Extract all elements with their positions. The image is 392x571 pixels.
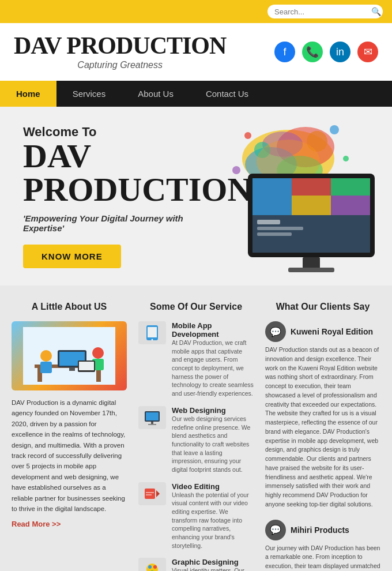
search-input[interactable] bbox=[274, 7, 371, 16]
svg-point-35 bbox=[92, 347, 104, 359]
svg-rect-38 bbox=[79, 362, 94, 370]
clients-column: What Our Clients Say 💬 Kuweni Royal Edit… bbox=[265, 302, 380, 571]
client-review-2: 💬 Mihiri Products Our journey with DAV P… bbox=[265, 520, 380, 572]
graphic-design-icon bbox=[138, 558, 166, 571]
logo-area: DAV PRODUCTION Capturing Greatness bbox=[14, 33, 226, 70]
svg-rect-45 bbox=[148, 424, 156, 425]
svg-rect-40 bbox=[148, 327, 157, 337]
service-graphic-desc: Visual identity matters. Our graphics de… bbox=[172, 566, 254, 571]
service-web-info: Web Designing Our web designing services… bbox=[172, 406, 254, 474]
service-video-info: Video Editing Unleash the potential of y… bbox=[172, 482, 254, 550]
service-video-name: Video Editing bbox=[172, 482, 254, 491]
monitor-image bbox=[236, 168, 392, 286]
service-graphic-name: Graphic Designing bbox=[172, 558, 254, 566]
svg-marker-47 bbox=[156, 490, 160, 497]
top-bar: 🔍 bbox=[0, 0, 392, 23]
linkedin-icon[interactable]: in bbox=[330, 42, 350, 62]
nav-home[interactable]: Home bbox=[0, 81, 56, 107]
service-web-name: Web Designing bbox=[172, 406, 254, 415]
svg-rect-46 bbox=[145, 489, 155, 499]
hero-tagline: 'Empowering Your Digital Journey with Ex… bbox=[23, 213, 208, 233]
svg-rect-25 bbox=[288, 268, 334, 272]
svg-rect-24 bbox=[303, 257, 320, 269]
about-read-more[interactable]: Read More >> bbox=[12, 520, 127, 528]
svg-point-51 bbox=[148, 565, 152, 569]
header-social-icons: f 📞 in ✉ bbox=[274, 42, 378, 62]
client-2-text: Our journey with DAV Production has been… bbox=[265, 544, 380, 572]
svg-point-52 bbox=[153, 565, 157, 569]
email-icon[interactable]: ✉ bbox=[357, 42, 378, 62]
whatsapp-icon[interactable]: 📞 bbox=[302, 42, 323, 62]
about-section-title: A Little About US bbox=[12, 302, 127, 312]
mobile-app-icon bbox=[138, 321, 166, 344]
about-column: A Little About US bbox=[12, 302, 127, 571]
service-video-desc: Unleash the potential of your visual con… bbox=[172, 491, 254, 550]
service-mobile-name: Mobile App Development bbox=[172, 321, 254, 339]
client-1-name: Kuweni Royal Edition bbox=[291, 327, 373, 336]
svg-point-33 bbox=[40, 350, 52, 362]
clients-section-title: What Our Clients Say bbox=[265, 302, 380, 312]
hero-section: Welcome To DAV PRODUCTION 'Empowering Yo… bbox=[0, 107, 392, 286]
svg-rect-48 bbox=[146, 492, 154, 493]
svg-point-41 bbox=[152, 339, 153, 341]
web-design-icon bbox=[138, 406, 166, 429]
hero-text: Welcome To DAV PRODUCTION 'Empowering Yo… bbox=[23, 125, 208, 268]
client-2-header: 💬 Mihiri Products bbox=[265, 520, 380, 540]
svg-rect-18 bbox=[292, 196, 331, 215]
svg-point-8 bbox=[244, 132, 251, 139]
service-graphic-info: Graphic Designing Visual identity matter… bbox=[172, 558, 254, 571]
service-web-desc: Our web designing services redefine onli… bbox=[172, 415, 254, 474]
know-more-button[interactable]: KNOW MORE bbox=[23, 245, 121, 268]
client-2-avatar: 💬 bbox=[265, 520, 286, 540]
client-review-1: 💬 Kuweni Royal Edition DAV Production st… bbox=[265, 321, 380, 509]
svg-point-10 bbox=[343, 156, 349, 161]
navigation: Home Services About Us Contact Us bbox=[0, 81, 392, 107]
svg-rect-22 bbox=[257, 227, 303, 230]
service-item-graphic: Graphic Designing Visual identity matter… bbox=[138, 558, 254, 571]
svg-rect-32 bbox=[69, 367, 75, 371]
nav-contact[interactable]: Contact Us bbox=[190, 81, 265, 107]
services-section-title: Some Of Our Service bbox=[138, 302, 254, 312]
svg-rect-15 bbox=[252, 178, 292, 215]
service-item-web: Web Designing Our web designing services… bbox=[138, 406, 254, 474]
about-body-text: DAV Production is a dynamic digital agen… bbox=[12, 397, 127, 514]
service-mobile-info: Mobile App Development At DAV Production… bbox=[172, 321, 254, 398]
svg-rect-43 bbox=[146, 412, 159, 420]
svg-rect-17 bbox=[331, 178, 370, 196]
nav-services[interactable]: Services bbox=[56, 81, 122, 107]
services-column: Some Of Our Service Mobile App Developme… bbox=[138, 302, 254, 571]
client-1-avatar: 💬 bbox=[265, 321, 286, 342]
facebook-icon[interactable]: f bbox=[274, 42, 295, 62]
three-col-section: A Little About US bbox=[0, 286, 392, 571]
svg-rect-19 bbox=[331, 196, 370, 215]
service-mobile-desc: At DAV Production, we craft mobile apps … bbox=[172, 339, 254, 398]
logo-title: DAV PRODUCTION bbox=[14, 33, 226, 58]
search-icon[interactable]: 🔍 bbox=[371, 7, 381, 16]
about-image bbox=[12, 321, 127, 390]
nav-about[interactable]: About Us bbox=[122, 81, 190, 107]
search-container: 🔍 bbox=[267, 5, 383, 18]
svg-rect-34 bbox=[40, 362, 52, 373]
svg-rect-21 bbox=[257, 220, 280, 224]
client-2-name: Mihiri Products bbox=[291, 525, 349, 535]
svg-rect-16 bbox=[292, 178, 331, 196]
svg-rect-44 bbox=[151, 422, 153, 424]
service-item-video: Video Editing Unleash the potential of y… bbox=[138, 482, 254, 550]
client-1-header: 💬 Kuweni Royal Edition bbox=[265, 321, 380, 342]
client-1-text: DAV Production stands out as a beacon of… bbox=[265, 345, 380, 509]
hero-title: DAV PRODUCTION bbox=[23, 140, 208, 206]
svg-point-9 bbox=[330, 125, 339, 134]
svg-rect-23 bbox=[257, 232, 292, 236]
header: DAV PRODUCTION Capturing Greatness f 📞 i… bbox=[0, 23, 392, 81]
logo-subtitle: Capturing Greatness bbox=[14, 60, 226, 70]
service-item-mobile: Mobile App Development At DAV Production… bbox=[138, 321, 254, 398]
video-editing-icon bbox=[138, 482, 166, 505]
svg-rect-49 bbox=[146, 494, 152, 495]
